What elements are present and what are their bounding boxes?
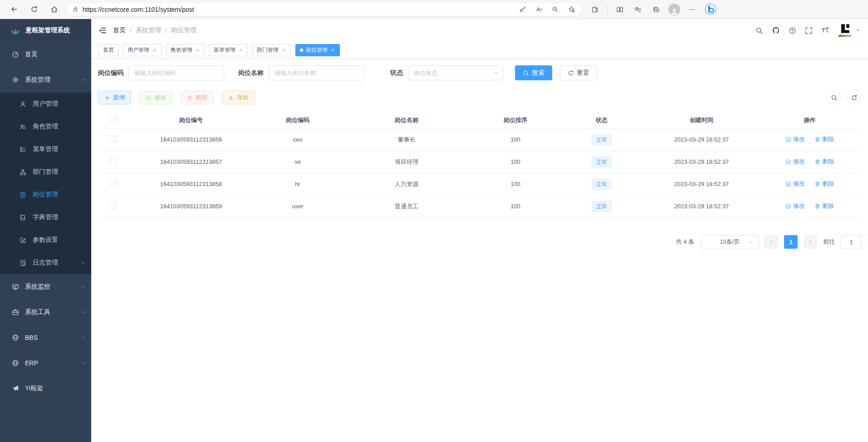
page-1-button[interactable]: 1 bbox=[784, 235, 798, 249]
row-edit-button[interactable]: 修改 bbox=[785, 202, 805, 210]
status-label: 状态 bbox=[390, 69, 403, 77]
status-badge: 正常 bbox=[592, 201, 612, 212]
post-name-input[interactable] bbox=[269, 65, 364, 80]
add-button[interactable]: 新增 bbox=[98, 91, 131, 104]
chevron-down-icon bbox=[80, 335, 86, 340]
sidebar-item-dictionary[interactable]: 字典管理 bbox=[0, 206, 91, 229]
tab-roles[interactable]: 角色管理 bbox=[166, 44, 205, 56]
row-checkbox[interactable] bbox=[110, 136, 116, 142]
sidebar-collapse-icon[interactable] bbox=[98, 26, 107, 34]
column-status: 状态 bbox=[559, 112, 645, 128]
row-checkbox[interactable] bbox=[110, 202, 116, 209]
split-screen-icon[interactable] bbox=[612, 2, 628, 17]
font-size-icon[interactable] bbox=[821, 26, 829, 34]
column-post-id: 岗位编号 bbox=[128, 112, 255, 128]
sidebar-item-home[interactable]: 首页 bbox=[0, 42, 91, 67]
address-bar[interactable] bbox=[66, 2, 583, 16]
sidebar-item-system[interactable]: 系统管理 bbox=[0, 67, 91, 93]
breadcrumb-section: 系统管理 bbox=[136, 26, 161, 34]
sidebar-item-erp[interactable]: ERP bbox=[0, 350, 91, 376]
sidebar-menu: 首页 系统管理 用户管理 角色管理 菜单管理 bbox=[0, 42, 91, 401]
fullscreen-icon[interactable] bbox=[805, 27, 813, 34]
tab-departments[interactable]: 部门管理 bbox=[252, 44, 291, 56]
back-icon[interactable] bbox=[6, 2, 22, 17]
cell-post-sort: 100 bbox=[472, 195, 559, 217]
sidebar-item-bbs[interactable]: BBS bbox=[0, 325, 91, 350]
sidebar-item-parameters[interactable]: 参数设置 bbox=[0, 229, 91, 251]
tab-posts[interactable]: 岗位管理 bbox=[295, 44, 340, 56]
sidebar-item-monitoring[interactable]: 系统监控 bbox=[0, 274, 91, 300]
search-icon[interactable] bbox=[755, 27, 763, 34]
sidebar-item-posts[interactable]: 岗位管理 bbox=[0, 183, 91, 206]
tab-home[interactable]: 首页 bbox=[98, 44, 118, 56]
breadcrumb-separator: / bbox=[165, 27, 167, 34]
edit-button[interactable]: 修改 bbox=[139, 91, 172, 104]
cell-created: 2023-03-29 18:52:37 bbox=[645, 151, 758, 173]
tab-bar: 首页 用户管理 角色管理 菜单管理 部门管理 岗位管理 bbox=[91, 42, 868, 59]
home-icon[interactable] bbox=[46, 2, 62, 17]
status-select[interactable]: 岗位状态 bbox=[408, 65, 503, 80]
row-checkbox[interactable] bbox=[110, 158, 116, 164]
zoom-out-icon[interactable] bbox=[549, 3, 561, 16]
reset-button[interactable]: 重置 bbox=[560, 65, 597, 80]
favorite-add-icon[interactable] bbox=[565, 3, 578, 16]
tab-close-icon[interactable] bbox=[238, 48, 243, 53]
search-button[interactable]: 搜索 bbox=[515, 65, 552, 80]
row-edit-button[interactable]: 修改 bbox=[785, 157, 805, 166]
row-delete-button[interactable]: 删除 bbox=[814, 180, 834, 188]
more-icon[interactable] bbox=[685, 2, 700, 17]
delete-button[interactable]: 删除 bbox=[181, 91, 214, 104]
sidebar-item-roles[interactable]: 角色管理 bbox=[0, 115, 91, 138]
tab-close-icon[interactable] bbox=[195, 48, 200, 53]
user-avatar[interactable] bbox=[838, 23, 861, 38]
url-input[interactable] bbox=[83, 6, 512, 13]
select-all-checkbox[interactable] bbox=[110, 116, 116, 123]
refresh-table-icon[interactable] bbox=[847, 90, 861, 105]
goto-page-input[interactable] bbox=[841, 235, 862, 249]
caret-down-icon bbox=[855, 28, 861, 33]
bing-icon[interactable] bbox=[703, 2, 718, 17]
key-icon[interactable] bbox=[516, 3, 529, 16]
favorites-bar-icon[interactable] bbox=[630, 2, 646, 17]
row-delete-button[interactable]: 删除 bbox=[814, 157, 834, 166]
show-search-icon[interactable] bbox=[827, 90, 841, 105]
lock-icon[interactable] bbox=[72, 6, 79, 13]
sidebar-item-users[interactable]: 用户管理 bbox=[0, 93, 91, 115]
cell-post-name: 普通员工 bbox=[341, 195, 472, 217]
read-aloud-icon[interactable] bbox=[532, 3, 545, 16]
sidebar-item-tools[interactable]: 系统工具 bbox=[0, 300, 91, 325]
row-edit-button[interactable]: 修改 bbox=[785, 180, 805, 188]
tab-close-icon[interactable] bbox=[152, 48, 157, 53]
prev-page-button[interactable] bbox=[765, 235, 778, 249]
row-delete-button[interactable]: 删除 bbox=[814, 135, 834, 143]
collections-icon[interactable] bbox=[648, 2, 664, 17]
export-button[interactable]: 导出 bbox=[222, 91, 255, 104]
tab-close-icon[interactable] bbox=[281, 48, 286, 53]
table-toolbar: 新增 修改 删除 导出 bbox=[98, 90, 861, 105]
tab-menus[interactable]: 菜单管理 bbox=[209, 44, 248, 56]
chevron-down-icon bbox=[80, 309, 86, 315]
extensions-icon[interactable] bbox=[587, 2, 603, 17]
page-size-select[interactable]: 10条/页 bbox=[701, 235, 759, 249]
sidebar-item-logs[interactable]: 日志管理 bbox=[0, 251, 91, 274]
profile-avatar-icon[interactable] bbox=[667, 2, 682, 17]
table-row: 1641030593112313858 hr 人力资源 100 正常 2023-… bbox=[98, 173, 861, 195]
breadcrumb-home[interactable]: 首页 bbox=[113, 26, 126, 34]
refresh-icon[interactable] bbox=[26, 2, 42, 17]
app-logo: 意框架管理系统 bbox=[0, 19, 91, 42]
sidebar-item-yi-framework[interactable]: Yi框架 bbox=[0, 376, 91, 401]
row-checkbox[interactable] bbox=[110, 180, 116, 187]
row-delete-button[interactable]: 删除 bbox=[814, 202, 834, 210]
tab-close-icon[interactable] bbox=[330, 48, 335, 53]
tab-users[interactable]: 用户管理 bbox=[123, 44, 162, 56]
avatar-logo-icon bbox=[838, 23, 852, 38]
post-code-input[interactable] bbox=[128, 65, 224, 80]
github-icon[interactable] bbox=[772, 26, 780, 34]
row-edit-button[interactable]: 修改 bbox=[785, 135, 805, 143]
sidebar-item-departments[interactable]: 部门管理 bbox=[0, 161, 91, 183]
cell-created: 2023-03-29 18:52:37 bbox=[645, 195, 758, 217]
help-icon[interactable] bbox=[789, 27, 796, 34]
sidebar-item-menus[interactable]: 菜单管理 bbox=[0, 138, 91, 161]
cell-post-id: 1641030593112313856 bbox=[128, 128, 255, 151]
next-page-button[interactable] bbox=[804, 235, 817, 249]
